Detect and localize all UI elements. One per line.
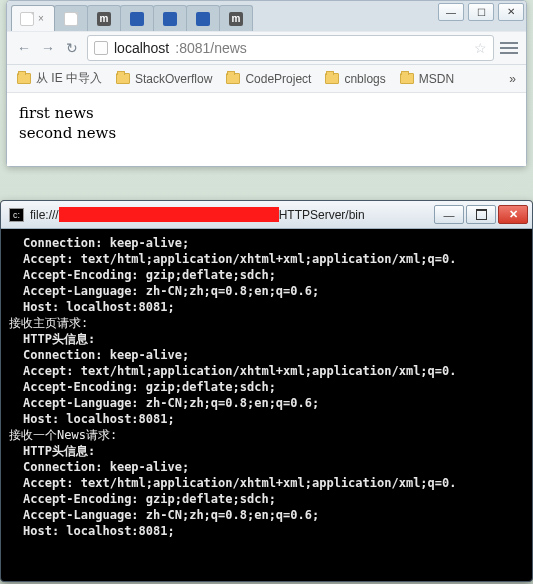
folder-icon — [17, 73, 31, 84]
console-window: c: file:/// HTTPServer/bin — ✕ Connectio… — [0, 200, 533, 582]
url-path: :8081/news — [175, 40, 247, 56]
browser-tab[interactable] — [120, 5, 154, 31]
tab-close-icon[interactable]: × — [38, 15, 46, 23]
bookmark-item[interactable]: MSDN — [400, 72, 454, 86]
reload-button[interactable]: ↻ — [63, 39, 81, 57]
page-line: first news — [19, 103, 514, 123]
forward-button[interactable]: → — [39, 39, 57, 57]
folder-icon — [226, 73, 240, 84]
tab-strip: × m m — ☐ ✕ — [7, 1, 526, 31]
console-subheading: HTTP头信息: — [9, 443, 532, 459]
favicon-app-icon — [196, 12, 210, 26]
back-button[interactable]: ← — [15, 39, 33, 57]
close-button[interactable]: ✕ — [498, 205, 528, 224]
bookmark-item[interactable]: 从 IE 中导入 — [17, 70, 102, 87]
bookmark-label: StackOverflow — [135, 72, 212, 86]
console-line: Accept-Language: zh-CN;zh;q=0.8;en;q=0.6… — [9, 507, 532, 523]
bookmark-label: CodeProject — [245, 72, 311, 86]
address-bar: ← → ↻ localhost:8081/news ☆ — [7, 31, 526, 65]
bookmark-item[interactable]: StackOverflow — [116, 72, 212, 86]
browser-tab[interactable]: m — [87, 5, 121, 31]
menu-button[interactable] — [500, 41, 518, 55]
console-line: Accept-Language: zh-CN;zh;q=0.8;en;q=0.6… — [9, 283, 532, 299]
minimize-button[interactable]: — — [434, 205, 464, 224]
browser-tab[interactable] — [186, 5, 220, 31]
console-window-controls: — ✕ — [434, 205, 528, 224]
close-button[interactable]: ✕ — [498, 3, 524, 21]
title-prefix: file:/// — [30, 208, 59, 222]
site-icon — [94, 41, 108, 55]
page-line: second news — [19, 123, 514, 143]
maximize-button[interactable] — [466, 205, 496, 224]
console-line: Accept-Encoding: gzip;deflate;sdch; — [9, 267, 532, 283]
console-line: Host: localhost:8081; — [9, 299, 532, 315]
folder-icon — [400, 73, 414, 84]
console-output[interactable]: Connection: keep-alive;Accept: text/html… — [1, 229, 532, 581]
browser-window: × m m — ☐ ✕ ← → ↻ localhost:8081/news ☆ … — [6, 0, 527, 167]
bookmark-label: cnblogs — [344, 72, 385, 86]
title-suffix: HTTPServer/bin — [279, 208, 365, 222]
bookmark-label: MSDN — [419, 72, 454, 86]
console-line: Host: localhost:8081; — [9, 523, 532, 539]
console-line: Accept-Encoding: gzip;deflate;sdch; — [9, 491, 532, 507]
console-line: Connection: keep-alive; — [9, 459, 532, 475]
favicon-m-icon: m — [97, 12, 111, 26]
favicon-app-icon — [130, 12, 144, 26]
page-body: first news second news — [7, 93, 526, 166]
console-line: Connection: keep-alive; — [9, 235, 532, 251]
browser-tab[interactable] — [153, 5, 187, 31]
console-title-text: file:/// HTTPServer/bin — [30, 207, 428, 222]
console-titlebar[interactable]: c: file:/// HTTPServer/bin — ✕ — [1, 201, 532, 229]
bookmark-star-icon[interactable]: ☆ — [474, 40, 487, 56]
browser-tab[interactable]: × — [11, 5, 55, 31]
url-host: localhost — [114, 40, 169, 56]
folder-icon — [325, 73, 339, 84]
console-line: Accept-Encoding: gzip;deflate;sdch; — [9, 379, 532, 395]
page-icon — [64, 12, 78, 26]
favicon-m-icon: m — [229, 12, 243, 26]
browser-window-controls: — ☐ ✕ — [438, 3, 524, 21]
console-subheading: HTTP头信息: — [9, 331, 532, 347]
console-line: Accept: text/html;application/xhtml+xml;… — [9, 363, 532, 379]
favicon-app-icon — [163, 12, 177, 26]
bookmark-label: 从 IE 中导入 — [36, 70, 102, 87]
console-line: Accept: text/html;application/xhtml+xml;… — [9, 251, 532, 267]
console-heading: 接收一个News请求: — [9, 427, 532, 443]
redacted-path — [59, 207, 279, 222]
browser-tab[interactable] — [54, 5, 88, 31]
maximize-button[interactable]: ☐ — [468, 3, 494, 21]
folder-icon — [116, 73, 130, 84]
browser-tab[interactable]: m — [219, 5, 253, 31]
bookmark-item[interactable]: CodeProject — [226, 72, 311, 86]
minimize-button[interactable]: — — [438, 3, 464, 21]
bookmarks-bar: 从 IE 中导入 StackOverflow CodeProject cnblo… — [7, 65, 526, 93]
bookmark-item[interactable]: cnblogs — [325, 72, 385, 86]
console-line: Accept-Language: zh-CN;zh;q=0.8;en;q=0.6… — [9, 395, 532, 411]
bookmarks-overflow-button[interactable]: » — [509, 72, 516, 86]
page-icon — [20, 12, 34, 26]
cmd-icon: c: — [9, 208, 24, 222]
console-line: Host: localhost:8081; — [9, 411, 532, 427]
url-input[interactable]: localhost:8081/news ☆ — [87, 35, 494, 61]
console-line: Accept: text/html;application/xhtml+xml;… — [9, 475, 532, 491]
console-line: Connection: keep-alive; — [9, 347, 532, 363]
console-heading: 接收主页请求: — [9, 315, 532, 331]
